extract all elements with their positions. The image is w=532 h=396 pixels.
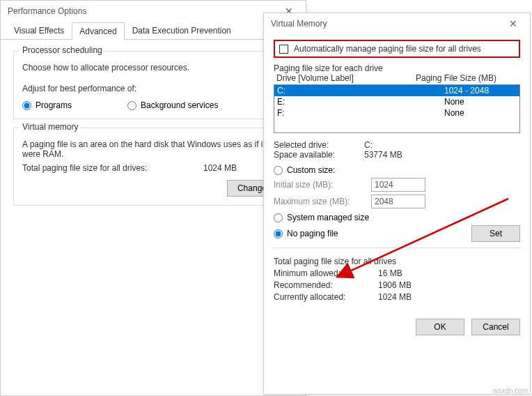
radio-custom-label: Custom size: (287, 165, 335, 175)
drive-c-label: C: (277, 86, 444, 96)
radio-no-paging[interactable]: No paging file (274, 229, 338, 238)
currently-allocated-label: Currently allocated: (274, 292, 378, 302)
virtual-memory-group: Virtual memory A paging file is an area … (13, 128, 293, 206)
tabs: Visual Effects Advanced Data Execution P… (1, 22, 306, 40)
size-header: Paging File Size (MB) (416, 73, 496, 83)
drive-list[interactable]: C: 1024 - 2048 E: None F: None (274, 84, 520, 133)
drive-f-label: F: (277, 108, 444, 118)
radio-system-managed-label: System managed size (287, 213, 369, 222)
selected-drive-value: C: (364, 140, 373, 150)
auto-manage-label: Automatically manage paging file size fo… (294, 44, 481, 54)
recommended-value: 1906 MB (378, 280, 412, 290)
virtual-memory-window: Virtual Memory ✕ Automatically manage pa… (263, 13, 531, 395)
total-paging-row: Total paging file size for all drives: 1… (22, 163, 284, 173)
radio-system-managed-input[interactable] (274, 213, 283, 222)
initial-size-input[interactable] (371, 178, 425, 192)
radio-programs-label: Programs (36, 100, 72, 110)
processor-scheduling-title: Processor scheduling (19, 45, 105, 55)
virtual-memory-content: Automatically manage paging file size fo… (264, 34, 530, 342)
adjust-label: Adjust for best performance of: (22, 84, 284, 93)
radio-programs[interactable]: Programs (22, 100, 72, 110)
min-allowed-label: Minimum allowed: (274, 268, 378, 278)
drive-row-e[interactable]: E: None (274, 96, 519, 107)
total-paging-label: Total paging file size for all drives: (22, 163, 203, 173)
drive-header: Drive [Volume Label] (276, 73, 416, 83)
virtual-memory-title: Virtual memory (19, 122, 81, 132)
radio-system-managed[interactable]: System managed size (274, 213, 520, 222)
virtual-memory-dialog-title: Virtual Memory (271, 19, 327, 29)
currently-allocated-value: 1024 MB (378, 292, 412, 302)
initial-size-label: Initial size (MB): (274, 180, 364, 190)
selected-drive-label: Selected drive: (274, 140, 364, 150)
virtual-memory-titlebar: Virtual Memory ✕ (264, 13, 530, 34)
performance-options-content: Processor scheduling Choose how to alloc… (1, 40, 306, 217)
processor-scheduling-group: Processor scheduling Choose how to alloc… (13, 51, 293, 119)
drive-row-f[interactable]: F: None (274, 107, 519, 119)
auto-manage-highlight: Automatically manage paging file size fo… (274, 40, 520, 58)
radio-no-paging-input[interactable] (274, 229, 283, 238)
totals-title: Total paging file size for all drives (274, 257, 520, 266)
watermark: wsxdn.com (493, 387, 528, 395)
min-allowed-value: 16 MB (378, 268, 402, 278)
radio-no-paging-label: No paging file (287, 229, 338, 238)
performance-options-window: Performance Options ✕ Visual Effects Adv… (0, 0, 306, 396)
drive-f-size: None (444, 108, 464, 118)
ok-button[interactable]: OK (416, 319, 464, 335)
radio-background[interactable]: Background services (127, 100, 218, 110)
tab-dep[interactable]: Data Execution Prevention (125, 22, 239, 39)
tab-advanced[interactable]: Advanced (72, 22, 124, 40)
set-button[interactable]: Set (471, 225, 520, 242)
radio-background-label: Background services (141, 100, 218, 110)
drive-c-size: 1024 - 2048 (444, 86, 489, 96)
maximum-size-label: Maximum size (MB): (274, 197, 364, 206)
cancel-button[interactable]: Cancel (471, 319, 520, 335)
drive-e-label: E: (277, 97, 444, 107)
radio-programs-input[interactable] (22, 101, 31, 110)
recommended-label: Recommended: (274, 280, 378, 290)
auto-manage-checkbox[interactable] (279, 45, 288, 54)
performance-options-title: Performance Options (8, 6, 86, 16)
total-paging-value: 1024 MB (203, 163, 237, 173)
totals-group: Total paging file size for all drives Mi… (274, 257, 520, 302)
performance-options-titlebar: Performance Options ✕ (1, 1, 306, 22)
radio-custom-input[interactable] (274, 166, 283, 175)
tab-visual-effects[interactable]: Visual Effects (6, 22, 72, 39)
radio-custom-size[interactable]: Custom size: (274, 165, 520, 175)
processor-scheduling-desc: Choose how to allocate processor resourc… (22, 63, 284, 73)
drive-row-c[interactable]: C: 1024 - 2048 (274, 85, 519, 96)
drive-e-size: None (444, 97, 464, 107)
virtual-memory-desc: A paging file is an area on the hard dis… (22, 139, 284, 159)
radio-background-input[interactable] (127, 101, 136, 110)
paging-group-label: Paging file size for each drive (274, 63, 520, 73)
maximum-size-input[interactable] (371, 195, 425, 208)
space-available-label: Space available: (274, 150, 364, 160)
space-available-value: 53774 MB (364, 150, 402, 160)
close-icon[interactable]: ✕ (503, 15, 523, 32)
